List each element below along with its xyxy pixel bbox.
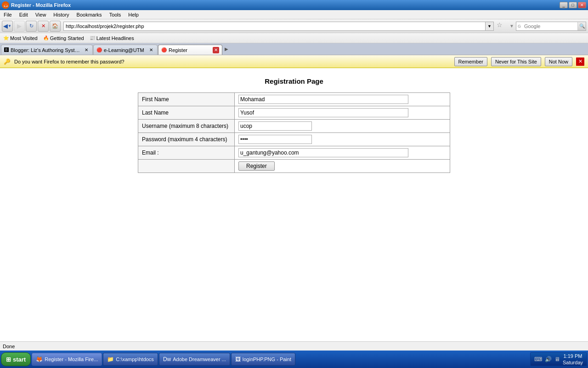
not-now-button[interactable]: Not Now — [545, 57, 572, 66]
reload-button[interactable]: ↻ — [26, 21, 37, 32]
notification-close-button[interactable]: ✕ — [576, 58, 584, 66]
table-row: Last Name — [138, 106, 450, 120]
notification-bar: 🔑 Do you want Firefox to remember this p… — [0, 55, 588, 68]
password-label: Password (maximum 4 characters) — [138, 133, 235, 146]
table-row: Username (maximum 8 characters) — [138, 120, 450, 133]
bookmark-latest-headlines[interactable]: 📰 Latest Headlines — [88, 35, 136, 41]
firstname-cell — [235, 93, 450, 106]
minimize-button[interactable]: _ — [560, 2, 568, 8]
menu-file[interactable]: File — [2, 11, 14, 18]
menu-history[interactable]: History — [51, 11, 71, 18]
password-input[interactable] — [238, 135, 312, 144]
key-icon: 🔑 — [4, 58, 11, 65]
tab-blogger[interactable]: 🅱 Blogger: Liz's Authoring System Reflec… — [1, 45, 93, 55]
tabs-scroll-right[interactable]: ▶ — [223, 43, 230, 55]
google-search-input[interactable] — [522, 22, 577, 30]
tab-elearning-favicon: 🔴 — [96, 47, 102, 52]
tab-register[interactable]: 🔴 Register ✕ — [158, 45, 222, 55]
register-button[interactable]: Register — [238, 161, 275, 171]
google-search-box: G 🔍 — [516, 22, 586, 31]
menu-help[interactable]: Help — [126, 11, 141, 18]
table-row: Password (maximum 4 characters) — [138, 133, 450, 146]
menu-view[interactable]: View — [34, 11, 48, 18]
firstname-label: First Name — [138, 93, 235, 106]
email-cell — [235, 146, 450, 160]
page-title: Registration Page — [9, 77, 579, 85]
close-window-button[interactable]: ✕ — [578, 2, 586, 8]
registration-table: First Name Last Name Username (maximum 8… — [138, 92, 450, 173]
tab-register-close[interactable]: ✕ — [213, 47, 219, 53]
notification-text: Do you want Firefox to remember this pas… — [14, 59, 451, 64]
firstname-input[interactable] — [238, 95, 408, 104]
nav-bar: ◀▼ ▶ ↻ ✕ 🏠 ▼ ☆ ▼ G 🔍 — [0, 19, 588, 33]
bookmarks-bar: ⭐ Most Visited 🔥 Getting Started 📰 Lates… — [0, 33, 588, 43]
bookmark-most-visited[interactable]: ⭐ Most Visited — [2, 35, 39, 41]
tab-elearning[interactable]: 🔴 e-Learning@UTM ✕ — [93, 45, 158, 55]
forward-button[interactable]: ▶ — [14, 21, 25, 32]
address-bar-container: ▼ — [63, 21, 494, 31]
remember-button[interactable]: Remember — [454, 57, 487, 66]
window-title: Register - Mozilla Firefox — [11, 2, 71, 8]
home-button[interactable]: 🏠 — [50, 21, 61, 32]
getting-started-icon: 🔥 — [43, 35, 49, 40]
address-go-icon[interactable]: ▼ — [486, 22, 494, 31]
bookmark-getting-started[interactable]: 🔥 Getting Started — [42, 35, 85, 41]
firefox-icon: 🦊 — [2, 1, 9, 9]
tab-register-favicon: 🔴 — [161, 47, 167, 52]
password-cell — [235, 133, 450, 146]
table-row: First Name — [138, 93, 450, 106]
table-row: Register — [138, 160, 450, 173]
menu-tools[interactable]: Tools — [107, 11, 123, 18]
username-input[interactable] — [238, 121, 312, 131]
tabs-bar: 🅱 Blogger: Liz's Authoring System Reflec… — [0, 43, 588, 55]
submit-cell: Register — [235, 160, 450, 173]
username-label: Username (maximum 8 characters) — [138, 120, 235, 133]
tab-elearning-close[interactable]: ✕ — [148, 47, 154, 53]
back-button[interactable]: ◀▼ — [2, 21, 13, 32]
google-search-button[interactable]: 🔍 — [577, 22, 586, 30]
most-visited-icon: ⭐ — [3, 35, 9, 40]
bookmark-star-button[interactable]: ☆ — [497, 21, 508, 31]
lastname-cell — [235, 106, 450, 120]
star-dropdown[interactable]: ▼ — [509, 23, 514, 29]
table-row: Email : — [138, 146, 450, 160]
email-label: Email : — [138, 146, 235, 160]
menu-bar: File Edit View History Bookmarks Tools H… — [0, 10, 588, 19]
email-input[interactable] — [238, 148, 408, 157]
tab-blogger-close[interactable]: ✕ — [83, 47, 90, 53]
address-input[interactable] — [63, 22, 486, 31]
never-button[interactable]: Never for This Site — [491, 57, 541, 66]
page-content: Registration Page First Name Last Name U… — [0, 68, 588, 182]
latest-headlines-icon: 📰 — [90, 35, 95, 40]
menu-bookmarks[interactable]: Bookmarks — [75, 11, 104, 18]
lastname-input[interactable] — [238, 108, 408, 117]
username-cell — [235, 120, 450, 133]
google-icon: G — [516, 24, 522, 29]
maximize-button[interactable]: □ — [569, 2, 577, 8]
title-bar: 🦊 Register - Mozilla Firefox _ □ ✕ — [0, 0, 588, 10]
lastname-label: Last Name — [138, 106, 235, 120]
menu-edit[interactable]: Edit — [17, 11, 30, 18]
stop-button[interactable]: ✕ — [38, 21, 49, 32]
submit-label-cell — [138, 160, 235, 173]
tab-blogger-favicon: 🅱 — [4, 47, 9, 52]
